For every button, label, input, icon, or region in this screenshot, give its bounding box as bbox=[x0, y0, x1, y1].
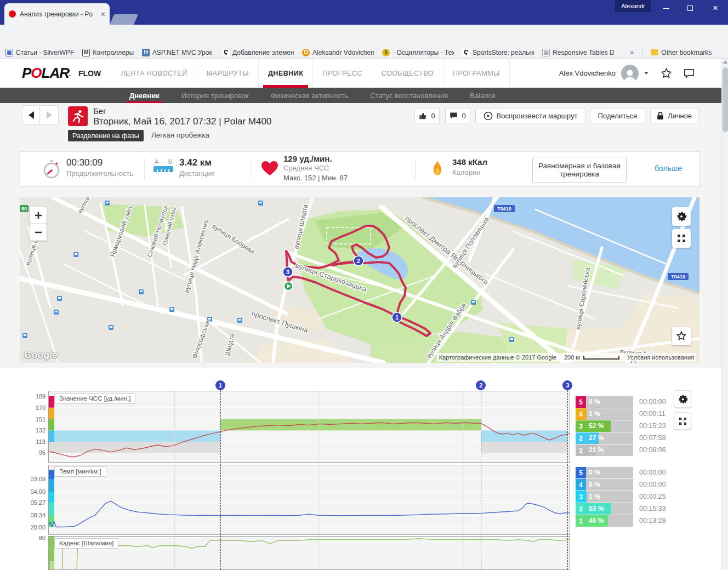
zone-bar: 46 % bbox=[586, 515, 633, 527]
bookmark-item[interactable]: HASP.NET MVC Урок Е bbox=[142, 49, 214, 56]
zone-row: 121 % bbox=[576, 444, 633, 456]
zone-bar: 0 % bbox=[586, 467, 633, 478]
browser-profile-name[interactable]: Alexandr bbox=[615, 0, 651, 12]
heart-icon bbox=[260, 159, 279, 179]
share-button[interactable]: Поделиться bbox=[590, 108, 645, 123]
y-tick-label: 05:27 bbox=[31, 499, 46, 506]
pace-chart-legend: Темп [мин/км ] bbox=[54, 466, 106, 477]
zone-bar: 52 % bbox=[586, 420, 633, 432]
y-tick-label: 189 bbox=[36, 393, 46, 400]
y-tick-label: 95 bbox=[39, 449, 46, 456]
subnav-recovery-status[interactable]: Статус восстановления bbox=[359, 88, 459, 103]
hr-minmax: Макс. 152 | Мин. 87 bbox=[283, 174, 348, 182]
pace-chart[interactable]: 03:0904:0005:2708:3420:00 bbox=[31, 465, 573, 535]
bookmark-item[interactable]: ▤Responsive Tables De bbox=[542, 49, 614, 56]
flame-icon bbox=[430, 158, 445, 180]
polar-logo[interactable]: POLAR. bbox=[22, 65, 71, 82]
comment-button[interactable]: 0 bbox=[445, 108, 470, 123]
bookmark-favicon: O bbox=[302, 49, 310, 56]
svg-text:T0410: T0410 bbox=[497, 206, 511, 212]
favorites-star-icon[interactable] bbox=[661, 67, 672, 79]
chart-fullscreen-button[interactable] bbox=[674, 412, 691, 430]
zone-time: 00:07:58 bbox=[639, 434, 689, 442]
map-terms-link[interactable]: Условия использования bbox=[627, 354, 694, 361]
zone-percent: 53 % bbox=[589, 505, 604, 512]
nav-item-diary[interactable]: ДНЕВНИК bbox=[259, 59, 313, 88]
svg-text:2: 2 bbox=[357, 258, 360, 264]
nav-item-feed[interactable]: ЛЕНТА НОВОСТЕЙ bbox=[111, 59, 197, 88]
distance-value: 3.42 км bbox=[179, 157, 212, 168]
window-minimize-button[interactable] bbox=[655, 0, 678, 16]
bookmark-item[interactable]: ▦Статьи - SilverWPF bbox=[5, 49, 74, 56]
map-fullscreen-button[interactable] bbox=[672, 229, 691, 248]
window-close-button[interactable]: × bbox=[704, 0, 727, 16]
scrollbar[interactable] bbox=[721, 59, 728, 570]
zone-percent: 1 % bbox=[589, 493, 600, 500]
window-maximize-button[interactable] bbox=[679, 0, 702, 16]
previous-session-button[interactable] bbox=[22, 105, 40, 125]
map-settings-button[interactable] bbox=[672, 207, 691, 226]
zone-bar: 1 % bbox=[586, 408, 633, 420]
bookmark-item[interactable]: OAleksandr Vdovichenk bbox=[302, 49, 374, 56]
background-tab[interactable] bbox=[110, 14, 138, 25]
subnav-activity[interactable]: Физическая активность bbox=[260, 88, 360, 103]
polar-header: POLAR. FLOW ЛЕНТА НОВОСТЕЙ МАРШРУТЫ ДНЕВ… bbox=[0, 59, 728, 88]
zone-number: 5 bbox=[576, 467, 586, 478]
chevron-down-icon[interactable] bbox=[644, 72, 649, 75]
map-scale-label: 200 м bbox=[564, 354, 580, 361]
map-favorite-star-button[interactable] bbox=[672, 327, 691, 345]
y-tick-label: 80 bbox=[39, 536, 46, 541]
bookmark-item[interactable]: ϚSportsStore: реально bbox=[462, 49, 534, 56]
user-menu: Alex Vdovichenko bbox=[559, 59, 695, 88]
subnav-diary[interactable]: Дневник bbox=[118, 88, 170, 103]
bookmark-favicon: ▦ bbox=[5, 49, 13, 56]
like-count: 0 bbox=[431, 112, 435, 120]
zone-percent: 0 % bbox=[589, 398, 600, 406]
nav-item-routes[interactable]: МАРШРУТЫ bbox=[197, 59, 259, 88]
like-button[interactable]: 0 bbox=[414, 108, 440, 123]
tab-close-icon[interactable]: × bbox=[101, 10, 105, 18]
zone-row: 41 % bbox=[576, 408, 633, 420]
user-name[interactable]: Alex Vdovichenko bbox=[559, 69, 616, 77]
nav-item-progress[interactable]: ПРОГРЕСС bbox=[313, 59, 372, 88]
subnav-balance[interactable]: Balance bbox=[459, 88, 507, 103]
y-tick-label: 170 bbox=[36, 404, 46, 411]
cadence-chart-legend: Каденс [Шаги/мин] bbox=[54, 538, 118, 549]
svg-text:1: 1 bbox=[395, 314, 399, 321]
more-link[interactable]: больше bbox=[655, 164, 682, 173]
duration-value: 00:30:09 bbox=[66, 157, 103, 168]
avatar[interactable] bbox=[621, 65, 639, 82]
map-zoom-out-button[interactable] bbox=[30, 224, 47, 241]
map-zoom-in-button[interactable] bbox=[30, 207, 47, 224]
route-map[interactable]: T0410T041050 вулицявулиця ЩеЯрмарковий у… bbox=[20, 197, 699, 363]
nav-item-programs[interactable]: ПРОГРАММЫ bbox=[443, 59, 510, 88]
bookmarks-overflow-icon[interactable]: » bbox=[630, 48, 634, 56]
zone-number: 3 bbox=[576, 491, 586, 503]
main-nav: ЛЕНТА НОВОСТЕЙ МАРШРУТЫ ДНЕВНИК ПРОГРЕСС… bbox=[111, 59, 510, 88]
bookmark-item[interactable]: MКонтроллеры bbox=[82, 49, 134, 56]
phase-divider-line bbox=[567, 390, 568, 570]
chart-settings-button[interactable] bbox=[674, 390, 691, 408]
avg-hr-value: 129 уд./мин. bbox=[283, 154, 332, 163]
privacy-button[interactable]: Личное bbox=[650, 108, 698, 123]
bookmark-item[interactable]: 5- Осцилляторы - Тех bbox=[382, 49, 454, 56]
replay-route-button[interactable]: Воспроизвести маршрут bbox=[475, 108, 585, 123]
zone-number: 4 bbox=[576, 479, 586, 491]
divider bbox=[415, 158, 416, 180]
zone-number: 3 bbox=[576, 420, 586, 432]
browser-tab[interactable]: Анализ тренировки - Po × bbox=[4, 3, 110, 25]
zone-row: 146 % bbox=[576, 515, 633, 527]
bookmark-favicon: H bbox=[142, 49, 150, 56]
svg-text:3: 3 bbox=[286, 269, 289, 275]
training-benefit-button[interactable]: Равномерная и базовая тренировка bbox=[532, 157, 627, 183]
messages-icon[interactable] bbox=[683, 68, 695, 79]
bookmark-item[interactable]: ϚДобавление элемент bbox=[222, 49, 294, 56]
zone-row: 253 % bbox=[576, 503, 633, 515]
scrollbar-thumb[interactable] bbox=[723, 67, 728, 132]
scrollbar-up-icon[interactable] bbox=[723, 60, 727, 64]
subnav-training-history[interactable]: История тренировок bbox=[170, 88, 260, 103]
other-bookmarks-button[interactable]: Other bookmarks bbox=[651, 49, 712, 56]
nav-item-community[interactable]: СООБЩЕСТВО bbox=[372, 59, 443, 88]
next-session-button[interactable] bbox=[41, 105, 59, 125]
divider bbox=[144, 158, 145, 180]
